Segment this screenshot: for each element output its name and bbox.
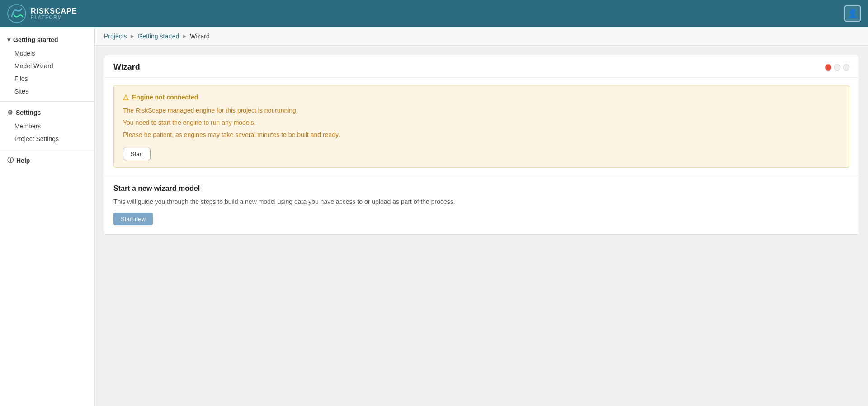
warning-line-1: The RiskScape managed engine for this pr… [123,106,840,115]
traffic-lights [825,64,849,71]
sidebar-item-project-settings[interactable]: Project Settings [0,132,94,145]
sidebar-divider-2 [0,149,94,149]
sidebar-section-label-getting-started: Getting started [13,36,58,43]
sidebar-item-files[interactable]: Files [0,72,94,85]
breadcrumb-wizard: Wizard [190,33,210,40]
start-engine-button[interactable]: Start [123,148,151,160]
header-right: 👤 [844,5,861,22]
sidebar: ▾ Getting started Models Model Wizard Fi… [0,27,95,406]
warning-line-2: You need to start the engine to run any … [123,118,840,127]
sidebar-section-help[interactable]: ⓘ Help [0,153,94,168]
warning-triangle-icon: △ [123,93,128,101]
app-header: RISKSCAPE PLATFORM 👤 [0,0,868,27]
traffic-light-yellow [834,64,840,71]
breadcrumb: Projects ► Getting started ► Wizard [95,27,868,46]
sidebar-section-getting-started[interactable]: ▾ Getting started [0,33,94,47]
logo-text: RISKSCAPE PLATFORM [31,7,77,20]
start-new-button[interactable]: Start new [113,213,153,225]
sidebar-item-members[interactable]: Members [0,120,94,132]
svg-point-0 [8,5,26,23]
gear-icon: ⚙ [7,109,13,116]
traffic-light-green [843,64,849,71]
breadcrumb-sep-2: ► [182,33,187,39]
sidebar-section-label-settings: Settings [16,109,41,116]
help-icon: ⓘ [7,156,14,165]
engine-warning-box: △ Engine not connected The RiskScape man… [113,85,849,168]
breadcrumb-projects[interactable]: Projects [104,33,127,40]
page-title: Wizard [113,62,140,72]
sidebar-section-label-help: Help [16,157,30,164]
user-avatar-button[interactable]: 👤 [844,5,861,22]
user-icon: 👤 [848,9,858,19]
wizard-section-description: This will guide you through the steps to… [113,197,849,207]
sidebar-item-models[interactable]: Models [0,47,94,60]
wizard-section-title: Start a new wizard model [113,184,849,193]
wizard-card: Wizard △ Engine not connected The RiskSc… [104,55,859,235]
brand-name: RISKSCAPE [31,7,77,15]
breadcrumb-getting-started[interactable]: Getting started [137,33,179,40]
page-content: Wizard △ Engine not connected The RiskSc… [95,46,868,251]
sidebar-item-sites[interactable]: Sites [0,85,94,98]
warning-line-3: Please be patient, as engines may take s… [123,130,840,140]
brand-sub: PLATFORM [31,15,77,20]
wizard-new-section: Start a new wizard model This will guide… [104,175,859,234]
main-layout: ▾ Getting started Models Model Wizard Fi… [0,27,868,406]
wizard-card-header: Wizard [104,55,859,78]
logo-area: RISKSCAPE PLATFORM [7,4,77,23]
sidebar-divider [0,101,94,102]
warning-title: △ Engine not connected [123,93,840,101]
content-area: Projects ► Getting started ► Wizard Wiza… [95,27,868,406]
traffic-light-red [825,64,831,71]
sidebar-item-model-wizard[interactable]: Model Wizard [0,60,94,72]
chevron-icon: ▾ [7,36,10,43]
sidebar-section-settings[interactable]: ⚙ Settings [0,105,94,120]
logo-icon [7,4,26,23]
breadcrumb-sep-1: ► [130,33,135,39]
